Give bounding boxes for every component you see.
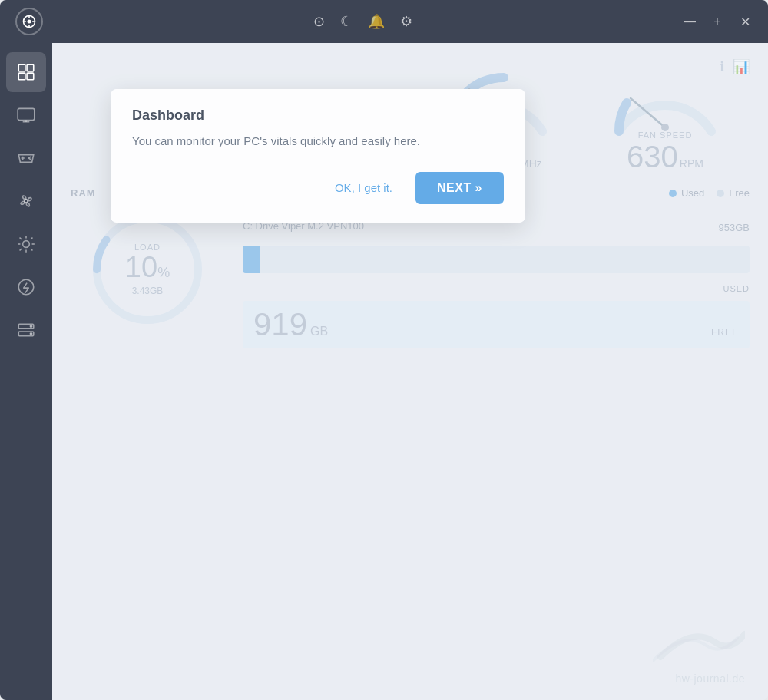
window-controls: — + ✕ [682,14,753,29]
sidebar-item-lighting[interactable] [6,224,46,264]
gaming-icon [16,148,36,168]
sidebar-item-fan[interactable] [6,181,46,221]
svg-rect-7 [27,64,34,71]
sidebar-item-display[interactable] [6,95,46,135]
moon-icon[interactable]: ☾ [340,13,353,30]
title-bar: ⊙ ☾ 🔔 ⚙ — + ✕ [0,0,768,43]
sidebar [0,43,52,700]
popup-title: Dashboard [132,107,504,124]
sidebar-item-gaming[interactable] [6,138,46,178]
svg-line-18 [31,249,32,250]
popup-actions: OK, I get it. NEXT » [132,172,504,204]
ok-button[interactable]: OK, I get it. [327,177,400,199]
svg-point-26 [30,325,31,327]
main-layout: ℹ 📊 [0,43,768,700]
titlebar-icons: ⊙ ☾ 🔔 ⚙ [313,13,412,30]
gear-icon[interactable]: ⚙ [400,13,412,30]
minimize-button[interactable]: — [682,14,697,29]
svg-line-22 [31,238,32,239]
popup-body: You can monitor your PC's vitals quickly… [132,133,504,150]
sidebar-item-storage[interactable] [6,310,46,350]
app-window: ⊙ ☾ 🔔 ⚙ — + ✕ [0,0,768,700]
svg-rect-8 [18,73,25,80]
popup-dialog: Dashboard You can monitor your PC's vita… [111,89,525,223]
svg-rect-6 [18,64,25,71]
next-button[interactable]: NEXT » [415,172,504,204]
svg-rect-9 [27,73,34,80]
svg-point-14 [23,241,30,248]
close-button[interactable]: ✕ [737,14,753,29]
content-area: ℹ 📊 [52,43,768,700]
sidebar-item-power[interactable] [6,267,46,307]
svg-rect-10 [18,108,35,120]
bell-icon[interactable]: 🔔 [368,13,385,30]
svg-line-17 [20,238,22,239]
sidebar-item-dashboard[interactable] [6,52,46,92]
maximize-button[interactable]: + [710,14,725,29]
camera-icon[interactable]: ⊙ [313,13,325,30]
svg-point-27 [30,333,31,335]
fan-icon [16,191,36,211]
logo-icon [22,14,37,29]
power-icon [16,277,36,297]
svg-point-1 [28,20,31,24]
lighting-icon [16,234,36,254]
display-icon [16,105,36,125]
dashboard-icon [16,62,36,82]
storage-icon [16,320,36,340]
app-logo [15,8,43,35]
svg-line-21 [20,249,22,250]
